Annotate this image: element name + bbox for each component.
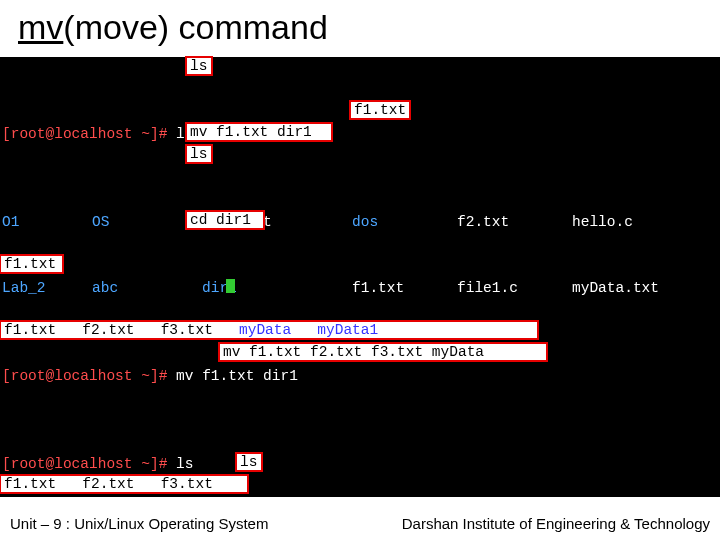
ls-output-row: O1 OS data.txt dos f2.txt hello.c	[2, 211, 720, 233]
highlight-mv-cmd-2: mv f1.txt f2.txt f3.txt myData	[218, 342, 548, 362]
footer: Unit – 9 : Unix/Linux Operating System D…	[0, 506, 720, 540]
highlight-mv-cmd-1: mv f1.txt dir1	[185, 122, 333, 142]
highlight-files-row: f1.txt f2.txt f3.txt	[0, 474, 249, 494]
highlight-f1txt: f1.txt	[349, 100, 411, 120]
highlight-ls2: ls	[185, 144, 213, 164]
prompt-line: [root@localhost ~]# mv f1.txt dir1	[2, 365, 720, 387]
terminal[interactable]: [root@localhost ~]# ls O1 OS data.txt do…	[0, 57, 720, 497]
highlight-f1txt-b: f1.txt	[0, 254, 64, 274]
ls-output-row: Lab_2 abc dir1 f1.txt file1.c myData.txt	[2, 277, 720, 299]
highlight-ls1: ls	[185, 56, 213, 76]
highlight-ls-row: f1.txt f2.txt f3.txt myData myData1	[0, 320, 539, 340]
highlight-cd-dir1: cd dir1	[185, 210, 265, 230]
footer-right: Darshan Institute of Engineering & Techn…	[402, 515, 710, 532]
page-title: mv(move) command	[0, 0, 720, 57]
prompt-line: [root@localhost ~]# ls	[2, 453, 720, 475]
title-cmd: mv	[18, 8, 63, 46]
cursor-icon	[226, 279, 235, 293]
prompt-line: [root@localhost ~]# ls	[2, 123, 720, 145]
title-rest: (move) command	[63, 8, 328, 46]
highlight-ls3: ls	[235, 452, 263, 472]
footer-left: Unit – 9 : Unix/Linux Operating System	[10, 515, 268, 532]
